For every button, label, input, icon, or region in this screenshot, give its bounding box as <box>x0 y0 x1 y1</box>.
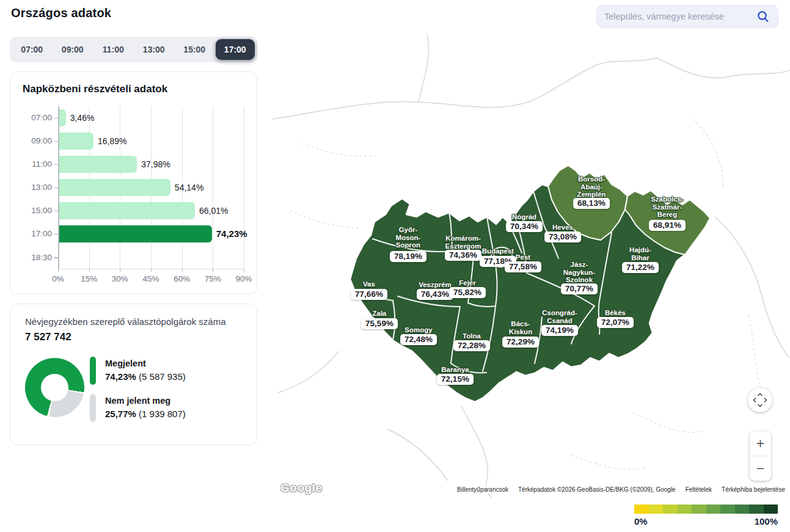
tab-17-00[interactable]: 17:00 <box>216 39 255 60</box>
bar-row-07-00: 07:003,46% <box>58 106 244 129</box>
legend-swatch <box>90 394 96 422</box>
scale-block <box>663 505 678 514</box>
county-name-veszprm: Veszprém <box>419 281 452 289</box>
zoom-out-button[interactable]: − <box>750 456 771 481</box>
y-axis-label: 11:00 <box>20 153 52 176</box>
attribution-billentyparancsok[interactable]: Billentyűparancsok <box>455 486 510 494</box>
search-input[interactable] <box>604 12 756 21</box>
county-name-fejr: Fejér <box>459 279 476 287</box>
county-value-hajdbihar[interactable]: 71,22% <box>622 262 659 273</box>
y-axis-label: 17:00 <box>20 222 52 246</box>
county-value-ngrd[interactable]: 70,34% <box>506 221 543 232</box>
county-value-gyrmosonsopron[interactable]: 78,19% <box>390 251 426 262</box>
search-box <box>596 5 778 28</box>
zoom-in-button[interactable]: + <box>750 431 771 456</box>
intraday-turnout-panel: Napközbeni részvételi adatok 0%15%30%45%… <box>10 71 257 294</box>
x-axis-label: 15% <box>81 274 97 283</box>
county-name-zala: Zala <box>372 310 386 318</box>
bar-row-13-00: 13:0054,14% <box>58 176 244 199</box>
bar-value-label: 3,46% <box>70 109 95 126</box>
county-value-bcskiskun[interactable]: 72,29% <box>502 337 539 348</box>
scale-block <box>749 505 764 514</box>
tab-09-00[interactable]: 09:00 <box>53 39 93 60</box>
bar-row-17-00: 17:0074,23% <box>58 222 244 246</box>
bar-row-11-00: 11:0037,98% <box>58 153 244 176</box>
bar-row-18-30: 18:30 <box>58 246 244 269</box>
county-value-fejr[interactable]: 75,82% <box>449 287 486 298</box>
county-name-komromesztergom: Komárom-Esztergom <box>445 235 481 250</box>
legend-item: Nem jelent meg25,77% (1 939 807) <box>90 394 186 422</box>
tab-15-00[interactable]: 15:00 <box>175 39 214 60</box>
axis-tick <box>58 269 59 272</box>
county-value-bks[interactable]: 72,07% <box>597 317 634 328</box>
scale-block <box>764 505 778 514</box>
x-axis-label: 30% <box>112 274 128 283</box>
voters-panel-title: Névjegyzékben szereplő választópolgárok … <box>25 316 242 327</box>
county-name-tolna: Tolna <box>463 332 481 340</box>
county-name-bcskiskun: Bács-Kiskun <box>509 320 532 335</box>
scale-block <box>706 505 721 514</box>
page-title: Országos adatok <box>11 6 111 20</box>
bar-chart-title: Napközbeni részvételi adatok <box>23 83 244 95</box>
county-value-borsodabajzempln[interactable]: 68,13% <box>573 198 610 209</box>
scale-block <box>678 505 692 514</box>
axis-tick <box>213 269 213 272</box>
tab-13-00[interactable]: 13:00 <box>134 39 174 60</box>
tab-11-00[interactable]: 11:00 <box>93 39 133 60</box>
map-pan-button[interactable] <box>748 388 772 412</box>
registered-voters-panel: Névjegyzékben szereplő választópolgárok … <box>10 304 257 445</box>
bar-09-00 <box>59 133 93 150</box>
county-value-baranya[interactable]: 72,15% <box>437 374 474 385</box>
scale-block <box>720 505 735 514</box>
bar-value-label: 74,23% <box>216 225 247 242</box>
attribution-felttelek[interactable]: Feltételek <box>684 486 714 494</box>
county-value-heves[interactable]: 73,08% <box>544 231 581 242</box>
county-value-jsznagykunszolnok[interactable]: 70,77% <box>561 283 598 294</box>
y-axis-label: 07:00 <box>20 106 52 129</box>
google-logo[interactable]: Google <box>280 481 322 495</box>
county-value-csongrdcsand[interactable]: 74,19% <box>541 325 578 336</box>
attribution-trkphiba[interactable]: Térképhiba bejelentése <box>720 486 787 494</box>
county-name-bks: Békés <box>605 309 626 317</box>
county-value-zala[interactable]: 75,59% <box>361 318 398 329</box>
bar-value-label: 37,98% <box>141 156 170 173</box>
county-name-gyrmosonsopron: Győr-Moson-Sopron <box>396 226 421 249</box>
county-name-vas: Vas <box>363 280 375 288</box>
x-axis-label: 0% <box>52 274 64 283</box>
time-tabs: 07:0009:0011:0013:0015:0017:00 <box>10 37 257 62</box>
x-axis-label: 45% <box>142 274 159 283</box>
scale-block <box>634 505 649 514</box>
county-value-veszprm[interactable]: 76,43% <box>417 289 453 300</box>
county-value-komromesztergom[interactable]: 74,36% <box>445 250 481 261</box>
gridline <box>58 106 59 269</box>
county-name-baranya: Baranya <box>441 366 469 374</box>
gridline <box>244 106 244 269</box>
legend-label: Nem jelent meg <box>105 396 186 406</box>
x-axis-label: 60% <box>174 274 190 283</box>
x-axis-label: 75% <box>205 274 221 283</box>
county-value-tolna[interactable]: 72,28% <box>453 340 490 351</box>
turnout-donut-chart <box>25 358 84 417</box>
bar-15-00 <box>59 202 195 219</box>
axis-tick <box>182 269 183 272</box>
county-value-somogy[interactable]: 72,48% <box>400 334 437 345</box>
search-icon[interactable] <box>756 9 770 24</box>
bar-row-09-00: 09:0016,89% <box>58 129 244 153</box>
county-value-vas[interactable]: 77,66% <box>351 289 387 300</box>
county-name-heves: Heves <box>552 224 573 231</box>
scale-block <box>649 505 664 514</box>
county-value-pest[interactable]: 77,58% <box>505 261 541 272</box>
axis-tick <box>151 269 152 272</box>
bar-07-00 <box>59 109 66 126</box>
turnout-bar-chart: 0%15%30%45%60%75%90%07:003,46%09:0016,89… <box>58 106 244 269</box>
bar-13-00 <box>59 179 170 196</box>
map-attribution: BillentyűparancsokTérképadatok ©2026 Geo… <box>455 486 787 494</box>
county-name-budapest: Budapest <box>482 247 514 255</box>
legend-value: 74,23% (5 587 935) <box>105 371 186 382</box>
bar-value-label: 16,89% <box>98 133 126 150</box>
county-value-szabolcsszatmrbereg[interactable]: 68,91% <box>649 220 686 231</box>
scale-block <box>735 505 750 514</box>
tab-07-00[interactable]: 07:00 <box>12 39 52 60</box>
color-scale-blocks <box>634 505 778 514</box>
legend-value: 25,77% (1 939 807) <box>105 409 186 419</box>
